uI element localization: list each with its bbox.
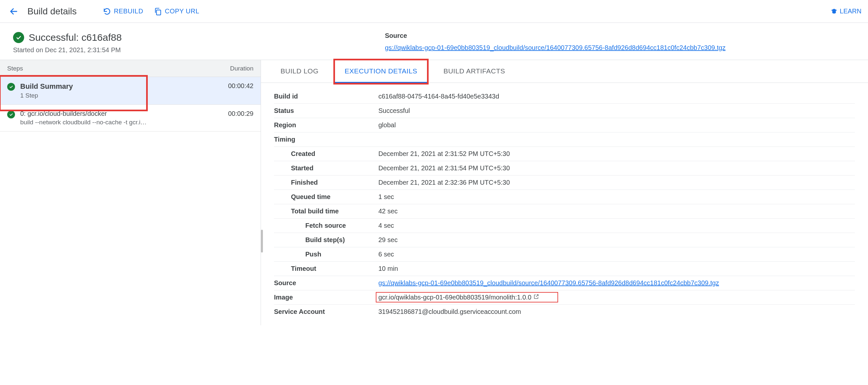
detail-value-timeout: 10 min — [378, 265, 855, 272]
detail-value-total-build: 42 sec — [378, 208, 855, 215]
step-title: 0: gcr.io/cloud-builders/docker — [20, 110, 211, 117]
copy-url-button[interactable]: COPY URL — [154, 7, 199, 16]
page-title: Build details — [27, 6, 76, 17]
detail-value-push: 6 sec — [378, 250, 855, 258]
step-duration: 00:00:29 — [211, 110, 253, 117]
duration-column-header: Duration — [211, 65, 253, 72]
source-label: Source — [385, 32, 855, 39]
detail-label-build-id: Build id — [274, 93, 378, 100]
tab-build-log[interactable]: BUILD LOG — [271, 60, 329, 83]
detail-value-region: global — [378, 121, 855, 129]
detail-label-queued: Queued time — [274, 193, 378, 201]
detail-label-service-account: Service Account — [274, 308, 378, 316]
step-sub: build --network cloudbuild --no-cache -t… — [20, 119, 211, 126]
detail-value-created: December 21, 2021 at 2:31:52 PM UTC+5:30 — [378, 150, 855, 157]
detail-value-started: December 21, 2021 at 2:31:54 PM UTC+5:30 — [378, 165, 855, 172]
step-title: Build Summary — [20, 82, 211, 91]
graduation-cap-icon — [831, 8, 838, 15]
detail-label-build-steps: Build step(s) — [274, 236, 378, 244]
detail-label-fetch-source: Fetch source — [274, 222, 378, 229]
detail-value-queued: 1 sec — [378, 193, 855, 201]
back-button[interactable] — [6, 4, 21, 19]
step-duration: 00:00:42 — [211, 82, 253, 90]
detail-label-timing: Timing — [274, 136, 378, 143]
detail-label-started: Started — [274, 165, 378, 172]
success-icon — [7, 83, 15, 91]
learn-label: LEARN — [840, 7, 862, 15]
detail-value-status: Successful — [378, 107, 855, 115]
detail-label-total-build: Total build time — [274, 208, 378, 215]
refresh-icon — [103, 7, 111, 16]
detail-value-image-link[interactable]: gcr.io/qwiklabs-gcp-01-69e0bb803519/mono… — [378, 294, 541, 301]
external-link-icon — [533, 294, 539, 299]
detail-panel: BUILD LOG EXECUTION DETAILS BUILD ARTIFA… — [261, 60, 868, 325]
scrollbar-handle[interactable] — [261, 230, 263, 253]
build-status-title: Successful: c616af88 — [29, 32, 122, 43]
detail-label-source: Source — [274, 279, 378, 287]
detail-value-build-steps: 29 sec — [378, 236, 855, 244]
detail-value-service-account: 319452186871@cloudbuild.gserviceaccount.… — [378, 308, 855, 316]
detail-label-timeout: Timeout — [274, 265, 378, 272]
detail-value-fetch-source: 4 sec — [378, 222, 855, 229]
detail-label-status: Status — [274, 107, 378, 115]
arrow-left-icon — [9, 7, 18, 16]
step-row-summary[interactable]: Build Summary 1 Step 00:00:42 — [0, 77, 260, 105]
detail-label-push: Push — [274, 250, 378, 258]
steps-column-header: Steps — [7, 65, 211, 72]
copy-url-label: COPY URL — [165, 7, 199, 15]
detail-label-image: Image — [274, 294, 378, 301]
success-icon — [13, 32, 24, 43]
learn-button[interactable]: LEARN — [831, 7, 862, 15]
source-link[interactable]: gs://qwiklabs-gcp-01-69e0bb803519_cloudb… — [385, 44, 725, 51]
detail-label-finished: Finished — [274, 179, 378, 186]
rebuild-button[interactable]: REBUILD — [103, 7, 143, 16]
success-icon — [7, 111, 15, 118]
step-sub: 1 Step — [20, 92, 211, 99]
detail-label-region: Region — [274, 121, 378, 129]
steps-panel: Steps Duration Build Summary 1 Step 00:0… — [0, 60, 261, 325]
svg-rect-0 — [157, 10, 161, 15]
rebuild-label: REBUILD — [114, 7, 143, 15]
detail-value-build-id: c616af88-0475-4164-8a45-fd40e5e3343d — [378, 93, 855, 100]
detail-value-finished: December 21, 2021 at 2:32:36 PM UTC+5:30 — [378, 179, 855, 186]
tab-execution-details[interactable]: EXECUTION DETAILS — [335, 60, 427, 83]
step-row-0[interactable]: 0: gcr.io/cloud-builders/docker build --… — [0, 105, 260, 131]
detail-label-created: Created — [274, 150, 378, 157]
copy-icon — [154, 7, 162, 16]
detail-value-source-link[interactable]: gs://qwiklabs-gcp-01-69e0bb803519_cloudb… — [378, 279, 855, 287]
started-on: Started on Dec 21, 2021, 2:31:54 PM — [13, 46, 365, 54]
tab-build-artifacts[interactable]: BUILD ARTIFACTS — [434, 60, 515, 83]
